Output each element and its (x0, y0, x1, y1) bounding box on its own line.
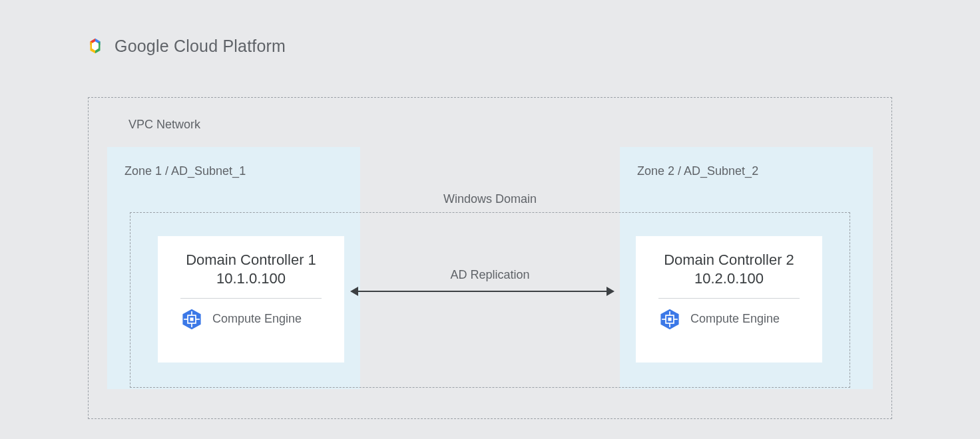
gcp-brand-rest: Cloud Platform (169, 37, 286, 55)
vpc-network-box: VPC Network Zone 1 / AD_Subnet_1 Zone 2 … (88, 97, 892, 419)
vpc-network-label: VPC Network (128, 118, 200, 132)
dc1-ip: 10.1.0.100 (216, 270, 286, 287)
gcp-logo-icon (85, 36, 105, 56)
compute-engine-icon (180, 308, 203, 331)
dc1-title: Domain Controller 1 (186, 251, 316, 270)
arrow-head-right-icon (607, 287, 614, 296)
gcp-title: Google Cloud Platform (115, 37, 286, 56)
domain-controller-2-card: Domain Controller 2 10.2.0.100 Compute E… (636, 236, 822, 363)
svg-rect-3 (190, 317, 193, 321)
dc2-engine-row: Compute Engine (658, 308, 800, 331)
zone-2-label: Zone 2 / AD_Subnet_2 (637, 164, 758, 178)
dc2-divider (658, 298, 800, 299)
dc1-engine-row: Compute Engine (180, 308, 322, 331)
svg-rect-10 (668, 317, 671, 321)
diagram-inner: Google Cloud Platform VPC Network Zone 1… (65, 7, 915, 432)
ad-replication-arrow-line (356, 291, 608, 292)
dc2-ip: 10.2.0.100 (694, 270, 764, 287)
dc1-engine-label: Compute Engine (212, 312, 302, 326)
gcp-brand-bold: Google (115, 37, 169, 55)
dc1-divider (180, 298, 322, 299)
domain-controller-1-card: Domain Controller 1 10.1.0.100 Compute E… (158, 236, 344, 363)
diagram-canvas: Google Cloud Platform VPC Network Zone 1… (0, 0, 980, 439)
dc2-engine-label: Compute Engine (690, 312, 780, 326)
arrow-head-left-icon (350, 287, 358, 296)
ad-replication-label: AD Replication (450, 268, 529, 282)
compute-engine-icon (658, 308, 681, 331)
windows-domain-label: Windows Domain (443, 192, 537, 206)
dc2-title: Domain Controller 2 (664, 251, 794, 270)
zone-1-label: Zone 1 / AD_Subnet_1 (124, 164, 246, 178)
gcp-header: Google Cloud Platform (65, 7, 915, 76)
